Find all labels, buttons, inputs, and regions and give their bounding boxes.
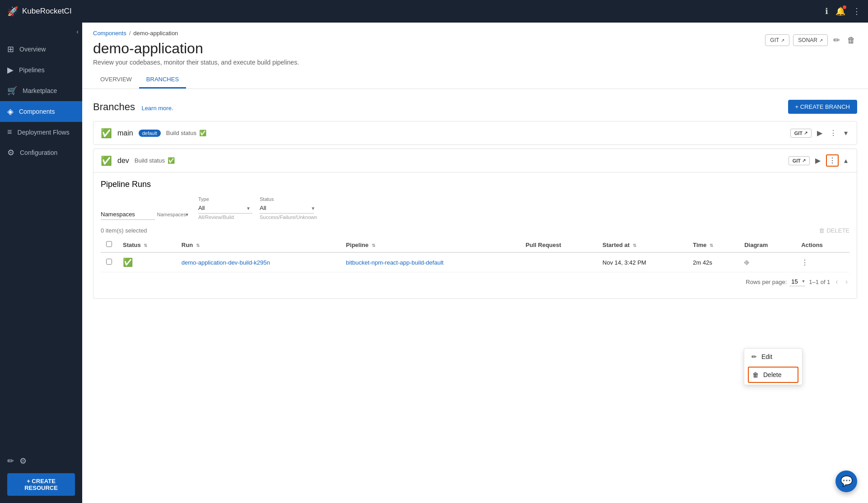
time-sort-icon: ⇅ xyxy=(709,243,713,248)
status-select[interactable]: All xyxy=(260,203,314,214)
run-sort-icon: ⇅ xyxy=(196,243,200,248)
sidebar-item-configuration[interactable]: ⚙ Configuration xyxy=(0,142,82,163)
th-started-at[interactable]: Started at ⇅ xyxy=(597,238,687,252)
edit-tool-icon[interactable]: ✏ xyxy=(7,456,14,466)
branch-dev-collapse-button[interactable]: ▴ xyxy=(842,154,849,167)
tab-branches[interactable]: BRANCHES xyxy=(139,71,186,88)
branch-main-git-button[interactable]: GIT ↗ xyxy=(790,129,812,138)
branch-main-play-button[interactable]: ▶ xyxy=(815,127,824,139)
pipeline-sort-icon: ⇅ xyxy=(372,243,375,248)
row-pipeline-link[interactable]: bitbucket-npm-react-app-build-default xyxy=(346,259,443,266)
th-diagram: Diagram xyxy=(739,238,796,252)
top-nav-actions: ℹ 🔔 ⋮ xyxy=(825,6,861,16)
row-status-icon: ✅ xyxy=(123,258,133,267)
pagination-next-button[interactable]: › xyxy=(844,276,849,288)
namespaces-filter-wrapper: Namespaces Namespaces xyxy=(101,209,191,220)
status-filter-hint: Success/Failure/Unknown xyxy=(260,214,317,220)
content-area: Branches Learn more. + CREATE BRANCH ✅ m… xyxy=(82,89,868,503)
page-header-actions: GIT ↗ SONAR ↗ ✏ 🗑 xyxy=(765,30,857,47)
row-pipeline-cell: bitbucket-npm-react-app-build-default xyxy=(341,252,520,272)
branch-dev-more-button[interactable]: ⋮ xyxy=(826,154,839,167)
rows-per-page-label: Rows per page: xyxy=(746,279,787,285)
git-button[interactable]: GIT ↗ xyxy=(765,34,789,46)
th-time[interactable]: Time ⇅ xyxy=(687,238,739,252)
row-started-at-cell: Nov 14, 3:42 PM xyxy=(597,252,687,272)
row-checkbox-cell xyxy=(101,252,117,272)
overview-icon: ⊞ xyxy=(7,44,14,54)
diagram-icon[interactable]: ⎆ xyxy=(744,258,749,267)
sidebar-item-deployment-flows[interactable]: ≡ Deployment Flows xyxy=(0,122,82,142)
type-select[interactable]: All xyxy=(198,203,252,214)
bulk-delete-button[interactable]: 🗑 DELETE xyxy=(819,227,849,234)
context-menu-delete[interactable]: 🗑 Delete xyxy=(748,367,798,383)
th-pipeline[interactable]: Pipeline ⇅ xyxy=(341,238,520,252)
learn-more-link[interactable]: Learn more. xyxy=(141,105,173,112)
chat-fab-icon: 💬 xyxy=(840,475,853,487)
breadcrumb-parent[interactable]: Components xyxy=(93,30,126,37)
sidebar-item-pipelines[interactable]: ▶ Pipelines xyxy=(0,60,82,80)
delete-page-button[interactable]: 🗑 xyxy=(845,34,857,47)
row-time-cell: 2m 42s xyxy=(687,252,739,272)
app-title: KubeRocketCI xyxy=(22,7,72,16)
app-logo: 🚀 KubeRocketCI xyxy=(7,6,825,17)
th-run[interactable]: Run ⇅ xyxy=(176,238,341,252)
pipeline-table: Status ⇅ Run ⇅ Pipeline ⇅ xyxy=(101,238,849,272)
create-resource-button[interactable]: + CREATE RESOURCE xyxy=(7,473,75,496)
branch-dev-build-status: Build status ✅ xyxy=(135,157,175,164)
sidebar-item-overview[interactable]: ⊞ Overview xyxy=(0,39,82,60)
sidebar-item-components[interactable]: ◈ Components xyxy=(0,101,82,122)
branch-dev-status-icon: ✅ xyxy=(101,155,112,166)
type-filter-hint: All/Review/Build xyxy=(198,214,252,220)
app-body: ‹ ⊞ Overview ▶ Pipelines 🛒 Marketplace ◈… xyxy=(0,23,868,503)
row-run-link[interactable]: demo-application-dev-build-k295n xyxy=(182,259,270,266)
pipelines-icon: ▶ xyxy=(7,65,14,75)
context-menu-edit[interactable]: ✏ Edit xyxy=(744,349,802,365)
row-checkbox[interactable] xyxy=(106,259,112,265)
deployment-flows-icon: ≡ xyxy=(7,127,12,137)
branch-dev-git-ext-icon: ↗ xyxy=(802,158,806,163)
chat-fab-button[interactable]: 💬 xyxy=(835,470,857,492)
rows-per-page-select[interactable]: 15 25 50 xyxy=(789,277,805,286)
collapse-icon[interactable]: ‹ xyxy=(76,28,79,35)
sidebar-item-marketplace[interactable]: 🛒 Marketplace xyxy=(0,80,82,101)
sidebar-collapse[interactable]: ‹ xyxy=(0,26,82,39)
branch-main-status-icon: ✅ xyxy=(101,128,112,139)
select-all-checkbox[interactable] xyxy=(106,241,112,247)
pipeline-runs-title: Pipeline Runs xyxy=(101,180,849,189)
info-icon-btn[interactable]: ℹ xyxy=(825,6,828,16)
row-diagram-cell: ⎆ xyxy=(739,252,796,272)
branch-main-expand-button[interactable]: ▾ xyxy=(842,127,849,139)
more-menu-btn[interactable]: ⋮ xyxy=(853,6,861,16)
sidebar-item-configuration-label: Configuration xyxy=(20,149,57,156)
th-status[interactable]: Status ⇅ xyxy=(117,238,176,252)
edit-page-button[interactable]: ✏ xyxy=(831,33,842,47)
namespaces-select[interactable]: Namespaces xyxy=(101,209,155,220)
sidebar-bottom: ✏ ⚙ xyxy=(0,449,82,473)
settings-tool-icon[interactable]: ⚙ xyxy=(19,456,27,466)
branch-main-default-badge: default xyxy=(139,130,161,137)
sonar-button[interactable]: SONAR ↗ xyxy=(793,34,828,46)
pagination-range: 1–1 of 1 xyxy=(809,279,830,285)
context-menu: ✏ Edit 🗑 Delete xyxy=(744,348,803,385)
branch-dev-play-button[interactable]: ▶ xyxy=(813,154,822,167)
type-filter-wrapper: All xyxy=(198,203,252,214)
main-content: Components / demo-application demo-appli… xyxy=(82,23,868,503)
row-run-cell: demo-application-dev-build-k295n xyxy=(176,252,341,272)
branch-dev-git-button[interactable]: GIT ↗ xyxy=(789,156,810,165)
tab-overview[interactable]: OVERVIEW xyxy=(93,71,139,88)
pipeline-runs-section: Pipeline Runs Namespaces Namespaces Type xyxy=(93,172,857,298)
notification-icon-btn[interactable]: 🔔 xyxy=(835,6,845,16)
branch-main-more-button[interactable]: ⋮ xyxy=(828,127,839,139)
status-filter-wrapper: All xyxy=(260,203,317,214)
namespaces-label: Namespaces xyxy=(157,212,186,217)
configuration-icon: ⚙ xyxy=(7,148,14,158)
page-header: Components / demo-application demo-appli… xyxy=(82,23,868,89)
pagination-prev-button[interactable]: ‹ xyxy=(834,276,840,288)
row-actions-button[interactable]: ⋮ xyxy=(801,258,808,267)
breadcrumb-current: demo-application xyxy=(133,30,178,37)
sidebar-item-marketplace-label: Marketplace xyxy=(23,87,57,94)
selection-row: 0 item(s) selected 🗑 DELETE xyxy=(101,224,849,238)
branch-main-build-status: Build status ✅ xyxy=(166,130,206,136)
bulk-delete-label: DELETE xyxy=(826,227,849,234)
create-branch-button[interactable]: + CREATE BRANCH xyxy=(788,100,857,114)
